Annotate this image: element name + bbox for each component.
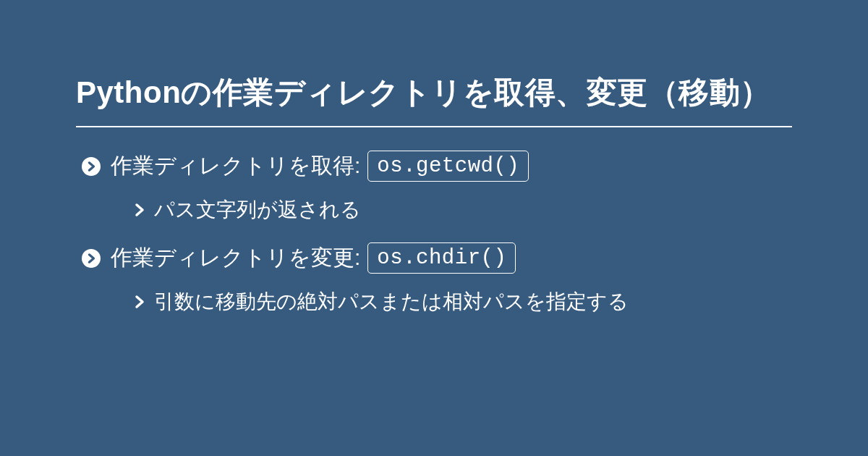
chevron-circle-right-icon: [82, 249, 101, 268]
chevron-circle-right-icon: [82, 157, 101, 176]
list-item: 作業ディレクトリを変更: os.chdir(): [82, 242, 792, 274]
sub-item-text: パス文字列が返される: [154, 196, 361, 224]
item-text: 作業ディレクトリを取得: os.getcwd(): [111, 151, 529, 182]
list-item: 作業ディレクトリを取得: os.getcwd(): [82, 151, 792, 182]
item-label: 作業ディレクトリを変更:: [111, 243, 360, 273]
code-snippet: os.chdir(): [367, 242, 516, 274]
code-snippet: os.getcwd(): [367, 151, 529, 182]
sub-item-text: 引数に移動先の絶対パスまたは相対パスを指定する: [154, 288, 629, 316]
page-title: Pythonの作業ディレクトリを取得、変更（移動）: [76, 72, 792, 127]
item-label: 作業ディレクトリを取得:: [111, 151, 360, 181]
list-sub-item: 引数に移動先の絶対パスまたは相対パスを指定する: [134, 288, 792, 316]
content-list: 作業ディレクトリを取得: os.getcwd() パス文字列が返される 作業ディ…: [76, 151, 792, 334]
chevron-right-icon: [134, 295, 145, 309]
chevron-right-icon: [134, 203, 145, 217]
list-sub-item: パス文字列が返される: [134, 196, 792, 224]
item-text: 作業ディレクトリを変更: os.chdir(): [111, 242, 516, 274]
